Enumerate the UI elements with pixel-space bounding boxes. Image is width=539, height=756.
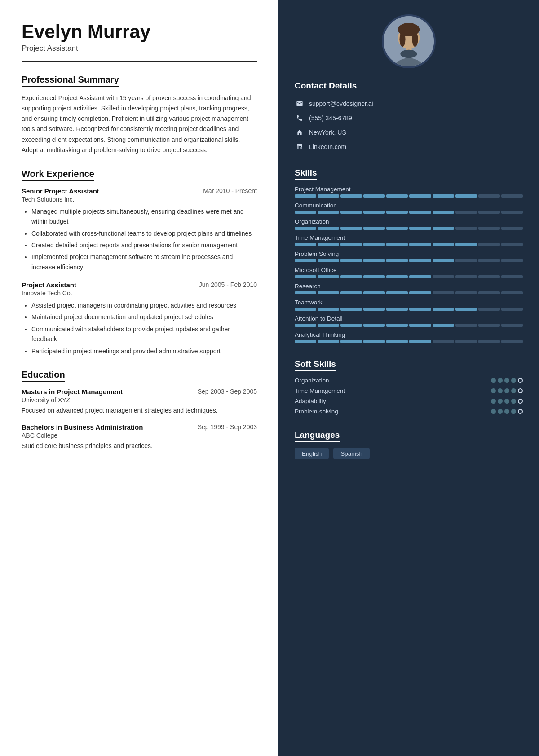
skill-segment [433,308,454,311]
edu-date-1: Sep 2003 - Sep 2005 [198,388,257,395]
skill-segment [409,194,431,198]
dot [511,399,516,404]
skill-segment [386,243,408,246]
skills-heading: Skills [295,168,317,180]
skill-segment [340,194,362,198]
job-date-2: Jun 2005 - Feb 2010 [199,281,257,288]
job-item-1: Senior Project Assistant Mar 2010 - Pres… [22,187,257,272]
dot [491,399,496,404]
skill-bar [295,243,523,246]
skill-name: Analytical Thinking [295,331,523,338]
summary-heading: Professional Summary [22,75,119,87]
skill-segment [455,227,477,230]
skill-segment [478,211,500,214]
languages-section: Languages English Spanish [295,430,523,459]
skill-segment [478,275,500,278]
skill-segment [363,243,385,246]
skill-row-2: Organization [295,218,523,230]
dots-row [491,378,523,383]
contact-linkedin: LinkedIn.com [295,142,523,152]
email-text: support@cvdesigner.ai [309,100,373,107]
svg-point-4 [399,32,405,47]
skill-name: Communication [295,202,523,209]
job-item-2: Project Assistant Jun 2005 - Feb 2010 In… [22,281,257,356]
dots-row [491,399,523,404]
edu-desc-1: Focused on advanced project management s… [22,405,257,415]
skill-segment [478,324,500,327]
skill-segment [455,308,477,311]
skills-section: Skills Project Management Communication … [295,168,523,347]
dot [491,388,496,393]
skill-segment [501,340,523,343]
job-date-1: Mar 2010 - Present [203,187,257,194]
dot [518,409,523,414]
skill-segment [363,308,385,311]
skill-bar [295,259,523,262]
soft-skill-row-1: Time Management [295,387,523,394]
skill-segment [318,243,339,246]
skill-segment [318,211,339,214]
skill-segment [318,340,339,343]
skill-name: Microsoft Office [295,267,523,273]
svg-point-5 [412,32,418,47]
education-section: Education Masters in Project Management … [22,369,257,451]
skill-segment [433,211,454,214]
skill-segment [295,227,316,230]
skill-segment [340,211,362,214]
contact-heading: Contact Details [295,81,357,92]
skill-row-4: Problem Solving [295,251,523,262]
skill-segment [318,259,339,262]
skill-segment [409,211,431,214]
skill-segment [340,308,362,311]
bullet: Managed multiple projects simultaneously… [31,207,257,227]
skill-segment [340,259,362,262]
skill-row-0: Project Management [295,186,523,198]
skill-segment [433,227,454,230]
skill-segment [295,324,316,327]
edu-item-2: Bachelors in Business Administration Sep… [22,423,257,451]
softskills-section: Soft Skills Organization Time Management… [295,359,523,418]
softskills-list: Organization Time Management Adaptabilit… [295,377,523,415]
skill-segment [363,259,385,262]
soft-skill-name: Time Management [295,387,345,394]
skill-segment [501,324,523,327]
bullet: Participated in project meetings and pro… [31,346,257,356]
skill-segment [478,291,500,294]
bullet: Implemented project management software … [31,252,257,272]
lang-english: English [295,448,329,459]
skill-row-8: Attention to Detail [295,315,523,327]
skill-segment [409,291,431,294]
right-column: Contact Details support@cvdesigner.ai (5… [278,0,539,756]
skill-segment [363,194,385,198]
skill-segment [501,291,523,294]
phone-text: (555) 345-6789 [309,114,352,122]
skill-segment [409,259,431,262]
skill-segment [363,340,385,343]
skill-segment [295,308,316,311]
skill-name: Organization [295,218,523,225]
avatar [382,14,436,68]
skill-segment [501,227,523,230]
skill-segment [295,340,316,343]
skill-segment [340,324,362,327]
skill-row-6: Research [295,283,523,294]
edu-degree-2: Bachelors in Business Administration [22,423,143,431]
summary-section: Professional Summary Experienced Project… [22,75,257,155]
skill-segment [478,194,500,198]
dot [498,388,503,393]
job-title: Project Assistant [22,44,257,53]
skill-segment [363,227,385,230]
dot [498,409,503,414]
skill-segment [318,194,339,198]
skill-segment [363,291,385,294]
job-title-2: Project Assistant [22,281,76,289]
name-section: Evelyn Murray Project Assistant [22,22,257,53]
soft-skill-row-0: Organization [295,377,523,384]
job-company-2: Innovate Tech Co. [22,290,257,297]
skill-segment [455,275,477,278]
skill-row-1: Communication [295,202,523,214]
job-bullets-1: Managed multiple projects simultaneously… [22,207,257,272]
skill-segment [318,227,339,230]
skill-segment [433,243,454,246]
contact-email: support@cvdesigner.ai [295,99,523,109]
